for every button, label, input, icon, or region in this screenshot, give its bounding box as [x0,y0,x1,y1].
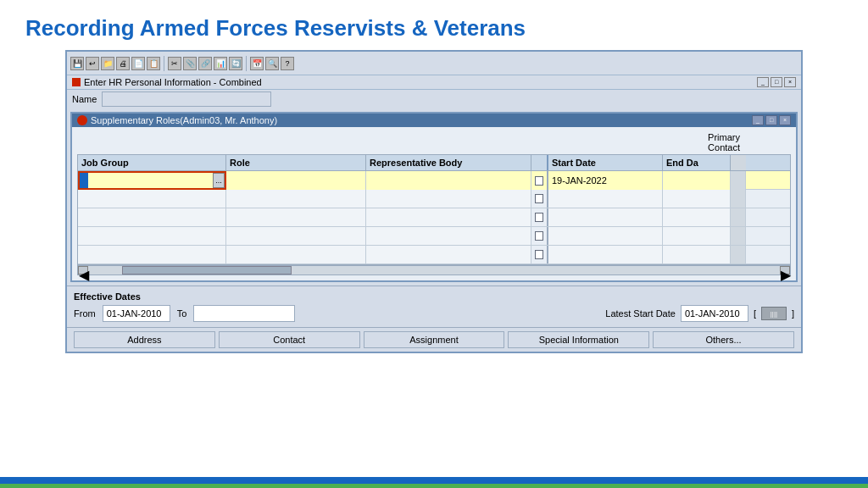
toolbar-icon-help[interactable]: ? [281,57,294,70]
row1-checkbox-input[interactable] [535,176,543,186]
toolbar: 💾 ↩ 📁 🖨 📄 📋 ✂ 📎 🔗 📊 🔄 📅 🔍 ? [67,52,801,75]
name-input[interactable] [102,92,271,107]
header-role: Role [226,155,366,170]
row4-role[interactable] [226,227,366,245]
h-scroll-thumb[interactable] [122,266,292,274]
dialog-title: Supplementary Roles(Admin03, Mr. Anthony… [91,115,277,125]
to-label: To [177,308,187,319]
toolbar-icon-paste[interactable]: 📎 [183,57,197,70]
dialog-window: Supplementary Roles(Admin03, Mr. Anthony… [70,112,798,282]
grid-container: Primary Contact Job Group Role Represent… [72,127,796,280]
from-date-input[interactable] [103,305,170,322]
header-end-date: End Da [663,155,731,170]
grid-headers: Job Group Role Representative Body Start… [77,154,791,171]
toolbar-icon-chart[interactable]: 📊 [214,57,227,70]
row2-scrollbar [731,190,746,208]
effective-dates-row: From To Latest Start Date [ |||| ] [74,305,794,322]
row3-rep-body[interactable] [366,208,531,226]
row3-end-date[interactable] [663,208,731,226]
row3-role[interactable] [226,208,366,226]
row3-job-group[interactable] [78,208,226,226]
grid-main: Job Group Role Representative Body Start… [77,154,791,275]
row2-start-date[interactable] [548,190,663,208]
row2-checkbox[interactable] [531,190,548,208]
row4-end-date[interactable] [663,227,731,245]
row5-rep-body[interactable] [366,246,531,263]
others-button[interactable]: Others... [653,331,794,348]
bottom-blue-bar [0,477,868,484]
toolbar-icon-calendar[interactable]: 📅 [250,57,264,70]
row1-rep-body[interactable] [366,171,531,190]
toolbar-icon-print[interactable]: 🖨 [116,57,130,70]
dialog-close-button[interactable]: × [779,115,791,125]
row4-start-date[interactable] [548,227,663,245]
row5-end-date[interactable] [663,246,731,263]
address-button[interactable]: Address [74,331,215,348]
dialog-minimize-button[interactable]: _ [752,115,764,125]
to-date-input[interactable] [193,305,295,322]
toolbar-icon-search[interactable]: 🔍 [265,57,279,70]
row1-checkbox[interactable] [531,171,548,190]
progress-bracket-open: [ [754,308,756,319]
row5-role[interactable] [226,246,366,263]
progress-bracket-close: ] [792,308,794,319]
table-row: ... 19-JAN-2022 [78,171,790,190]
bottom-bars [0,477,868,488]
toolbar-icon-undo[interactable]: ↩ [86,57,99,70]
row5-job-group[interactable] [78,246,226,263]
latest-start-section: Latest Start Date [ |||| ] [605,305,794,322]
toolbar-icon-refresh[interactable]: 🔄 [229,57,242,70]
row2-job-group[interactable] [78,190,226,208]
bottom-green-bar [0,484,868,488]
main-win-controls: _ □ × [757,77,796,87]
row4-checkbox[interactable] [531,227,548,245]
dialog-title-left: Supplementary Roles(Admin03, Mr. Anthony… [77,115,277,125]
dialog-title-bar: Supplementary Roles(Admin03, Mr. Anthony… [72,114,796,127]
latest-start-input[interactable] [681,305,748,322]
row3-checkbox[interactable] [531,208,548,226]
row3-checkbox-input[interactable] [535,213,543,222]
toolbar-icon-folder[interactable]: 📁 [101,57,114,70]
header-rep-body: Representative Body [366,155,531,170]
row4-rep-body[interactable] [366,227,531,245]
assignment-button[interactable]: Assignment [364,331,505,348]
main-minimize-button[interactable]: _ [757,77,769,87]
toolbar-icon-doc[interactable]: 📄 [131,57,145,70]
dialog-restore-button[interactable]: □ [765,115,777,125]
special-information-button[interactable]: Special Information [508,331,649,348]
row5-checkbox[interactable] [531,246,548,263]
toolbar-icon-copy[interactable]: 📋 [147,57,160,70]
dialog-win-controls: _ □ × [752,115,791,125]
main-restore-button[interactable]: □ [771,77,782,87]
row2-role[interactable] [226,190,366,208]
row5-scrollbar [731,246,746,263]
nav-buttons: Address Contact Assignment Special Infor… [67,327,801,352]
h-scroll-right-btn[interactable]: ▶ [780,266,790,274]
header-separator [531,155,548,170]
row1-job-group-input[interactable] [88,173,213,188]
row2-end-date[interactable] [663,190,731,208]
row1-start-date[interactable]: 19-JAN-2022 [548,171,663,190]
row1-end-date[interactable] [663,171,731,190]
contact-button[interactable]: Contact [219,331,360,348]
row4-scrollbar [731,227,746,245]
main-title-bar: Enter HR Personal Information - Combined… [67,75,801,90]
horizontal-scrollbar[interactable]: ◀ ▶ [77,265,791,275]
row3-start-date[interactable] [548,208,663,226]
row4-job-group[interactable] [78,227,226,245]
row1-role[interactable] [226,171,366,190]
latest-start-label: Latest Start Date [605,308,676,319]
row5-checkbox-input[interactable] [535,250,543,259]
h-scroll-left-btn[interactable]: ◀ [78,266,88,274]
toolbar-separator-2 [246,56,247,71]
toolbar-icon-save[interactable]: 💾 [70,57,84,70]
row2-checkbox-input[interactable] [535,194,543,203]
row5-start-date[interactable] [548,246,663,263]
row2-rep-body[interactable] [366,190,531,208]
row1-browse-button[interactable]: ... [213,173,225,188]
toolbar-icon-cut[interactable]: ✂ [168,57,181,70]
primary-contact-label: Primary Contact [77,132,791,152]
main-close-button[interactable]: × [784,77,796,87]
toolbar-icon-link[interactable]: 🔗 [198,57,212,70]
row4-checkbox-input[interactable] [535,231,543,241]
